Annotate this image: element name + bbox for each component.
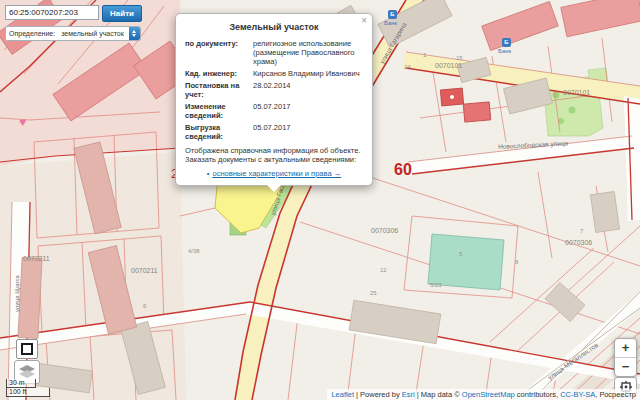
popup-row-label: Выгрузка сведений: (185, 123, 253, 141)
object-type-select[interactable]: Определение: земельный участок (5, 26, 141, 41)
popup-info-row: Выгрузка сведений:05.07.2017 (185, 123, 363, 141)
popup-footer-text: Отображена справочная информация об объе… (185, 146, 363, 164)
popup-info-row: по документу:религиозное использование (… (185, 39, 363, 66)
filter-selected-value: земельный участок (61, 30, 124, 37)
search-button[interactable]: Найти (102, 5, 142, 22)
arrow-down-icon (132, 34, 136, 37)
search-panel: Найти Определение: земельный участок (5, 5, 142, 41)
scale-bar: 30 m 100 ft (6, 379, 50, 397)
popup-info-row: Кад. инженер:Кирсанов Владимир Иванович (185, 69, 363, 78)
cadastral-map-app: 2560007010100701010070306007030600702110… (0, 0, 640, 400)
popup-rows: по документу:религиозное использование (… (185, 39, 363, 141)
parcel-info-popup: × Земельный участок по документу:религио… (175, 13, 373, 186)
zoom-control: + − (614, 338, 637, 377)
popup-row-value: 05.07.2017 (253, 102, 363, 120)
arrow-up-icon (132, 30, 136, 33)
popup-row-label: по документу: (185, 39, 253, 66)
popup-row-label: Изменение сведений: (185, 102, 253, 120)
bullet-icon: • (207, 169, 210, 178)
popup-info-row: Изменение сведений:05.07.2017 (185, 102, 363, 120)
popup-close-icon[interactable]: × (361, 16, 367, 26)
attribution-link[interactable]: Leaflet (331, 390, 354, 399)
attribution-link[interactable]: CC-BY-SA (560, 390, 595, 399)
popup-pointer-arrow (266, 184, 282, 192)
filter-label: Определение: (9, 30, 55, 37)
popup-link-row: •основные характеристики и права → (185, 169, 363, 178)
layers-icon (19, 365, 35, 379)
attribution-text: | Map data © (415, 390, 462, 399)
attribution-link[interactable]: OpenStreetMap (462, 390, 515, 399)
dropdown-spinner-icon[interactable] (129, 27, 140, 40)
attribution-link[interactable]: Esri (402, 390, 415, 399)
popup-row-value: Кирсанов Владимир Иванович (253, 69, 363, 78)
map-attribution: Leaflet | Powered by Esri | Map data © O… (327, 389, 640, 400)
attribution-text: , Росреестр (595, 390, 636, 399)
overview-map-button[interactable] (16, 339, 38, 359)
attribution-text: contributors, (515, 390, 560, 399)
popup-row-value: религиозное использование (размещение Пр… (253, 39, 363, 66)
zoom-out-button[interactable]: − (615, 357, 636, 376)
popup-info-row: Постановка на учет:28.02.2014 (185, 81, 363, 99)
search-input[interactable] (5, 5, 99, 20)
scale-meters: 30 m (6, 379, 36, 388)
popup-row-label: Постановка на учет: (185, 81, 253, 99)
popup-title: Земельный участок (185, 22, 363, 33)
search-row: Найти (5, 5, 142, 22)
square-icon (21, 343, 33, 355)
popup-row-label: Кад. инженер: (185, 69, 253, 78)
popup-row-value: 28.02.2014 (253, 81, 363, 99)
zoom-in-button[interactable]: + (615, 339, 636, 357)
scale-feet: 100 ft (6, 388, 50, 397)
popup-doc-link[interactable]: основные характеристики и права → (212, 169, 341, 178)
popup-row-value: 05.07.2017 (253, 123, 363, 141)
attribution-text: | Powered by (354, 390, 402, 399)
